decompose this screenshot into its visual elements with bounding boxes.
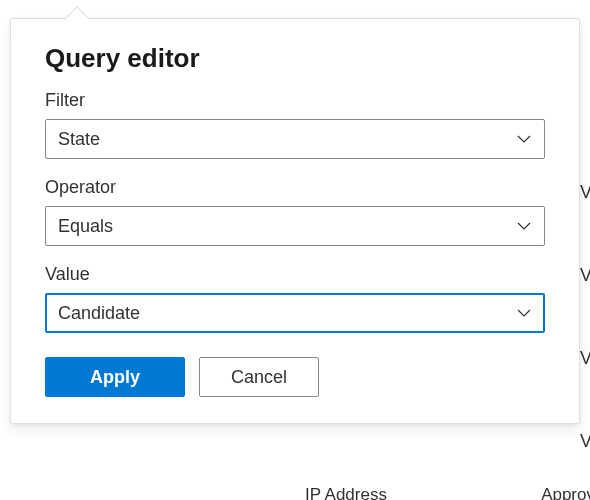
bg-cell: V <box>580 348 590 369</box>
operator-field-group: Operator Equals <box>45 177 545 246</box>
bg-cell-ip: IP Address <box>305 485 387 500</box>
chevron-down-icon <box>514 303 534 323</box>
chevron-down-icon <box>514 216 534 236</box>
bg-cell: V <box>580 431 590 452</box>
query-editor-panel: Query editor Filter State Operator Equal… <box>10 18 580 424</box>
operator-label: Operator <box>45 177 545 198</box>
bg-cell-approv: Approv <box>541 485 590 500</box>
cancel-button[interactable]: Cancel <box>199 357 319 397</box>
value-field-group: Value Candidate <box>45 264 545 333</box>
filter-dropdown[interactable]: State <box>45 119 545 159</box>
value-dropdown-value: Candidate <box>58 303 140 324</box>
apply-button[interactable]: Apply <box>45 357 185 397</box>
bg-cell: V <box>580 182 590 203</box>
value-dropdown[interactable]: Candidate <box>45 293 545 333</box>
panel-title: Query editor <box>45 43 545 74</box>
value-label: Value <box>45 264 545 285</box>
button-row: Apply Cancel <box>45 357 545 397</box>
operator-dropdown[interactable]: Equals <box>45 206 545 246</box>
chevron-down-icon <box>514 129 534 149</box>
filter-field-group: Filter State <box>45 90 545 159</box>
operator-dropdown-value: Equals <box>58 216 113 237</box>
filter-label: Filter <box>45 90 545 111</box>
filter-dropdown-value: State <box>58 129 100 150</box>
bg-cell: V <box>580 265 590 286</box>
